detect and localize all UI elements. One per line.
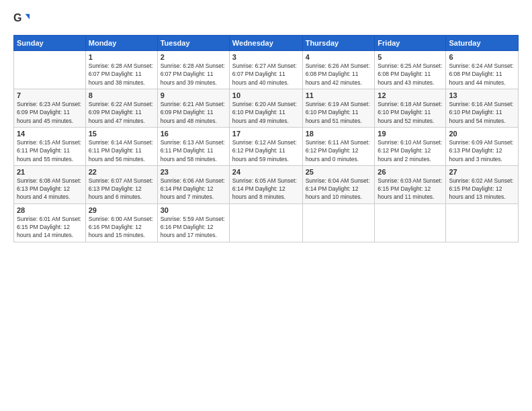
- calendar-cell: 5Sunrise: 6:25 AM Sunset: 6:08 PM Daylig…: [375, 51, 446, 89]
- day-info: Sunrise: 6:26 AM Sunset: 6:08 PM Dayligh…: [306, 62, 372, 87]
- calendar-cell: [14, 51, 86, 89]
- day-number: 15: [89, 130, 154, 138]
- calendar-cell: 28Sunrise: 6:01 AM Sunset: 6:15 PM Dayli…: [14, 203, 86, 242]
- day-number: 10: [232, 91, 300, 99]
- day-info: Sunrise: 6:25 AM Sunset: 6:08 PM Dayligh…: [378, 62, 443, 87]
- day-number: 14: [17, 130, 83, 138]
- day-number: 16: [161, 130, 226, 138]
- day-number: 28: [17, 206, 83, 214]
- calendar-cell: 30Sunrise: 5:59 AM Sunset: 6:16 PM Dayli…: [157, 203, 229, 242]
- day-info: Sunrise: 6:07 AM Sunset: 6:13 PM Dayligh…: [89, 177, 154, 201]
- day-info: Sunrise: 6:22 AM Sunset: 6:09 PM Dayligh…: [89, 100, 154, 125]
- calendar-cell: 23Sunrise: 6:06 AM Sunset: 6:14 PM Dayli…: [157, 165, 229, 203]
- day-info: Sunrise: 6:00 AM Sunset: 6:16 PM Dayligh…: [89, 215, 154, 240]
- weekday-header: Sunday: [14, 36, 86, 51]
- logo: G: [13, 11, 32, 27]
- page: G SundayMondayTuesdayWednesdayThursdayFr…: [0, 0, 532, 411]
- calendar-cell: 16Sunrise: 6:13 AM Sunset: 6:11 PM Dayli…: [157, 127, 229, 165]
- svg-text:G: G: [13, 12, 21, 24]
- calendar-cell: 2Sunrise: 6:28 AM Sunset: 6:07 PM Daylig…: [157, 51, 229, 89]
- day-info: Sunrise: 6:27 AM Sunset: 6:07 PM Dayligh…: [232, 62, 300, 87]
- calendar-cell: [302, 203, 375, 242]
- day-number: 30: [161, 206, 226, 214]
- logo-icon: G: [13, 11, 30, 27]
- day-number: 24: [232, 168, 300, 176]
- calendar-cell: 25Sunrise: 6:04 AM Sunset: 6:14 PM Dayli…: [302, 165, 375, 203]
- calendar-cell: 13Sunrise: 6:16 AM Sunset: 6:10 PM Dayli…: [446, 89, 519, 127]
- calendar-week-row: 14Sunrise: 6:15 AM Sunset: 6:11 PM Dayli…: [14, 127, 519, 165]
- calendar-cell: [229, 203, 302, 242]
- day-info: Sunrise: 5:59 AM Sunset: 6:16 PM Dayligh…: [161, 215, 226, 240]
- calendar-cell: 29Sunrise: 6:00 AM Sunset: 6:16 PM Dayli…: [85, 203, 157, 242]
- day-info: Sunrise: 6:28 AM Sunset: 6:07 PM Dayligh…: [161, 62, 226, 87]
- calendar-cell: [446, 203, 519, 242]
- day-info: Sunrise: 6:02 AM Sunset: 6:15 PM Dayligh…: [449, 177, 515, 201]
- weekday-header: Monday: [85, 36, 157, 51]
- calendar-cell: 7Sunrise: 6:23 AM Sunset: 6:09 PM Daylig…: [14, 89, 86, 127]
- day-number: 2: [161, 53, 226, 61]
- calendar-cell: 11Sunrise: 6:19 AM Sunset: 6:10 PM Dayli…: [302, 89, 375, 127]
- calendar-cell: 17Sunrise: 6:12 AM Sunset: 6:12 PM Dayli…: [229, 127, 302, 165]
- day-number: 25: [306, 168, 372, 176]
- day-number: 1: [89, 53, 154, 61]
- calendar-cell: 15Sunrise: 6:14 AM Sunset: 6:11 PM Dayli…: [85, 127, 157, 165]
- day-number: 13: [449, 91, 515, 99]
- day-info: Sunrise: 6:23 AM Sunset: 6:09 PM Dayligh…: [17, 100, 83, 125]
- calendar-cell: 6Sunrise: 6:24 AM Sunset: 6:08 PM Daylig…: [446, 51, 519, 89]
- calendar-cell: [375, 203, 446, 242]
- day-info: Sunrise: 6:15 AM Sunset: 6:11 PM Dayligh…: [17, 138, 83, 163]
- day-info: Sunrise: 6:28 AM Sunset: 6:07 PM Dayligh…: [89, 62, 154, 87]
- day-info: Sunrise: 6:01 AM Sunset: 6:15 PM Dayligh…: [17, 215, 83, 240]
- day-info: Sunrise: 6:05 AM Sunset: 6:14 PM Dayligh…: [232, 177, 300, 201]
- calendar-cell: 19Sunrise: 6:10 AM Sunset: 6:12 PM Dayli…: [375, 127, 446, 165]
- day-info: Sunrise: 6:08 AM Sunset: 6:13 PM Dayligh…: [17, 177, 83, 201]
- day-number: 6: [449, 53, 515, 61]
- calendar-cell: 12Sunrise: 6:18 AM Sunset: 6:10 PM Dayli…: [375, 89, 446, 127]
- day-number: 12: [378, 91, 443, 99]
- day-info: Sunrise: 6:10 AM Sunset: 6:12 PM Dayligh…: [378, 138, 443, 163]
- day-info: Sunrise: 6:12 AM Sunset: 6:12 PM Dayligh…: [232, 138, 300, 163]
- day-number: 22: [89, 168, 154, 176]
- header: G: [13, 11, 519, 27]
- day-number: 19: [378, 130, 443, 138]
- day-info: Sunrise: 6:04 AM Sunset: 6:14 PM Dayligh…: [306, 177, 372, 201]
- calendar-cell: 8Sunrise: 6:22 AM Sunset: 6:09 PM Daylig…: [85, 89, 157, 127]
- calendar-cell: 24Sunrise: 6:05 AM Sunset: 6:14 PM Dayli…: [229, 165, 302, 203]
- calendar-cell: 27Sunrise: 6:02 AM Sunset: 6:15 PM Dayli…: [446, 165, 519, 203]
- calendar-cell: 4Sunrise: 6:26 AM Sunset: 6:08 PM Daylig…: [302, 51, 375, 89]
- calendar-cell: 26Sunrise: 6:03 AM Sunset: 6:15 PM Dayli…: [375, 165, 446, 203]
- day-number: 3: [232, 53, 300, 61]
- calendar-cell: 9Sunrise: 6:21 AM Sunset: 6:09 PM Daylig…: [157, 89, 229, 127]
- day-info: Sunrise: 6:03 AM Sunset: 6:15 PM Dayligh…: [378, 177, 443, 201]
- day-info: Sunrise: 6:18 AM Sunset: 6:10 PM Dayligh…: [378, 100, 443, 125]
- svg-marker-1: [26, 14, 30, 19]
- calendar-week-row: 1Sunrise: 6:28 AM Sunset: 6:07 PM Daylig…: [14, 51, 519, 89]
- day-number: 8: [89, 91, 154, 99]
- calendar-cell: 22Sunrise: 6:07 AM Sunset: 6:13 PM Dayli…: [85, 165, 157, 203]
- day-info: Sunrise: 6:14 AM Sunset: 6:11 PM Dayligh…: [89, 138, 154, 163]
- day-info: Sunrise: 6:13 AM Sunset: 6:11 PM Dayligh…: [161, 138, 226, 163]
- calendar-week-row: 28Sunrise: 6:01 AM Sunset: 6:15 PM Dayli…: [14, 203, 519, 242]
- day-number: 20: [449, 130, 515, 138]
- calendar-cell: 20Sunrise: 6:09 AM Sunset: 6:13 PM Dayli…: [446, 127, 519, 165]
- day-info: Sunrise: 6:06 AM Sunset: 6:14 PM Dayligh…: [161, 177, 226, 201]
- day-info: Sunrise: 6:09 AM Sunset: 6:13 PM Dayligh…: [449, 138, 515, 163]
- weekday-header: Tuesday: [157, 36, 229, 51]
- calendar-cell: 18Sunrise: 6:11 AM Sunset: 6:12 PM Dayli…: [302, 127, 375, 165]
- day-number: 29: [89, 206, 154, 214]
- calendar-cell: 14Sunrise: 6:15 AM Sunset: 6:11 PM Dayli…: [14, 127, 86, 165]
- day-number: 4: [306, 53, 372, 61]
- calendar-header-row: SundayMondayTuesdayWednesdayThursdayFrid…: [14, 36, 519, 51]
- weekday-header: Friday: [375, 36, 446, 51]
- calendar-cell: 10Sunrise: 6:20 AM Sunset: 6:10 PM Dayli…: [229, 89, 302, 127]
- calendar-cell: 3Sunrise: 6:27 AM Sunset: 6:07 PM Daylig…: [229, 51, 302, 89]
- weekday-header: Thursday: [302, 36, 375, 51]
- day-number: 21: [17, 168, 83, 176]
- day-number: 18: [306, 130, 372, 138]
- day-number: 9: [161, 91, 226, 99]
- day-number: 5: [378, 53, 443, 61]
- day-number: 17: [232, 130, 300, 138]
- day-number: 27: [449, 168, 515, 176]
- calendar-cell: 1Sunrise: 6:28 AM Sunset: 6:07 PM Daylig…: [85, 51, 157, 89]
- calendar-table: SundayMondayTuesdayWednesdayThursdayFrid…: [13, 35, 519, 242]
